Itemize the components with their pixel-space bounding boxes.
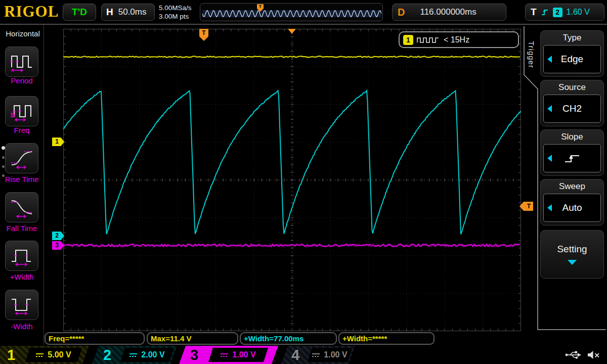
channel-1-number: 1 [7, 346, 15, 364]
channel-3-scale-box: 1.00 V [208, 348, 268, 362]
channel-3-number: 3 [190, 346, 198, 364]
measure-item-freq[interactable]: 1/ [5, 96, 38, 126]
h-scale-value: 50.0ms [118, 7, 147, 17]
rising-edge-icon [541, 8, 549, 16]
delay-value: 116.000000ms [420, 7, 476, 17]
dc-coupling-icon [221, 353, 228, 357]
minus-width-icon [10, 294, 33, 316]
measure-label-freq: Freq [0, 126, 44, 134]
channel-4-status[interactable]: 4 1.00 V [281, 346, 355, 364]
square-wave-icon [417, 36, 440, 44]
channel-4-number: 4 [291, 346, 299, 364]
menu-item-sweep[interactable]: Sweep Auto [540, 179, 604, 225]
left-triangle-icon [547, 155, 552, 162]
ch3-position-marker[interactable]: 3 [52, 241, 64, 250]
menu-value-type[interactable]: Edge [543, 45, 601, 73]
period-icon [10, 51, 33, 73]
menu-item-setting[interactable]: Setting [540, 230, 604, 279]
menu-value-source[interactable]: CH2 [543, 95, 601, 123]
h-label: H [106, 7, 113, 18]
measure-item-period[interactable] [5, 47, 38, 77]
left-menu-title: Horizontal [2, 29, 44, 38]
left-triangle-icon [547, 204, 552, 211]
top-status-bar: RIGOL T'D H 50.0ms 5.00MSa/s 3.00M pts T… [0, 0, 607, 24]
channel-2-number: 2 [103, 346, 111, 364]
measurement-pwidth[interactable]: +Width=***** [338, 332, 435, 345]
measure-label-minus-width: -Width [0, 322, 44, 331]
ch1-position-marker[interactable]: 1 [52, 138, 64, 146]
sample-rate: 5.00MSa/s [159, 4, 192, 12]
channel-1-status[interactable]: 1 5.00 V [0, 346, 89, 364]
measure-label-plus-width: +Width [0, 272, 44, 281]
trigger-status-text: T'D [72, 7, 87, 18]
left-triangle-icon [547, 105, 552, 112]
plus-width-icon [10, 245, 33, 267]
menu-value-sweep[interactable]: Auto [543, 194, 601, 222]
acquisition-info: 5.00MSa/s 3.00M pts [159, 4, 192, 21]
measure-label-rise-time: Rise Time [0, 175, 44, 184]
measurement-pwidth-ch2[interactable]: +Width=77.00ms [240, 332, 337, 345]
waveform-preview-bar[interactable]: T [200, 3, 383, 21]
rising-edge-icon [563, 151, 581, 165]
measure-item-fall-time[interactable] [5, 192, 38, 222]
fall-time-icon [10, 196, 33, 218]
channel-3-status-selected[interactable]: 3 1.00 V [179, 346, 278, 364]
menu-item-type[interactable]: Type Edge [540, 30, 604, 77]
delay-readout-button[interactable]: D 116.000000ms [392, 4, 506, 21]
trigger-readout-button[interactable]: T 2 1.60 V [525, 4, 604, 21]
trigger-menu-tab: Trigger [525, 30, 536, 79]
menu-header-source: Source [541, 80, 603, 95]
dc-coupling-icon [312, 353, 320, 357]
channel-2-scale: 2.00 V [141, 350, 164, 359]
left-menu-divider [44, 25, 44, 345]
page-indicator-dot-active [2, 146, 5, 150]
menu-header-slope: Slope [541, 130, 603, 144]
menu-value-slope[interactable] [543, 144, 601, 172]
type-value-text: Edge [561, 54, 583, 65]
waveform-display [63, 29, 521, 331]
channel-2-scale-box: 2.00 V [120, 348, 174, 362]
page-indicator-dot [2, 174, 5, 177]
trigger-status-badge: T'D [63, 4, 96, 21]
memory-depth: 3.00M pts [159, 12, 192, 21]
delay-reference-marker-icon [288, 29, 296, 34]
counter-channel-badge: 1 [403, 35, 413, 45]
menu-item-source[interactable]: Source CH2 [540, 80, 604, 126]
channel-1-scale: 5.00 V [48, 350, 71, 359]
menu-item-slope[interactable]: Slope [540, 129, 604, 176]
measure-item-rise-time[interactable] [5, 143, 38, 173]
channel-1-scale-box: 5.00 V [25, 348, 82, 362]
dc-coupling-icon [129, 353, 137, 357]
measure-item-plus-width[interactable] [5, 241, 38, 271]
channel-status-bar: 1 5.00 V 2 2.00 V 3 1.00 V 4 1.00 V [0, 346, 607, 364]
measurement-freq[interactable]: Freq=***** [45, 332, 145, 345]
trigger-label: T [531, 7, 537, 18]
down-triangle-icon [568, 260, 577, 265]
ch2-position-marker[interactable]: 2 [52, 232, 64, 240]
page-indicator-dot [2, 165, 5, 168]
measure-item-minus-width[interactable] [5, 290, 38, 320]
rigol-logo: RIGOL [4, 3, 59, 21]
menu-header-type: Type [541, 31, 603, 45]
measure-label-period: Period [0, 76, 44, 85]
delay-label: D [398, 7, 405, 18]
oscilloscope-screen: RIGOL T'D H 50.0ms 5.00MSa/s 3.00M pts T… [0, 0, 607, 364]
channel-4-scale-box: 1.00 V [308, 348, 352, 362]
measurement-max[interactable]: Max=11.4 V [147, 332, 238, 345]
dc-coupling-icon [36, 353, 44, 357]
channel-2-status[interactable]: 2 2.00 V [92, 346, 177, 364]
trigger-level-value: 1.60 V [567, 8, 590, 17]
svg-text:1/: 1/ [10, 112, 16, 119]
page-indicator-dot [2, 156, 5, 159]
rise-time-icon [10, 147, 33, 169]
sweep-value-text: Auto [562, 202, 582, 213]
menu-header-sweep: Sweep [541, 179, 603, 194]
sound-muted-icon [587, 350, 600, 359]
source-value-text: CH2 [562, 103, 582, 114]
freq-icon: 1/ [10, 100, 33, 122]
counter-reading: < 15Hz [444, 35, 469, 44]
usb-icon [565, 350, 582, 359]
horizontal-scale-button[interactable]: H 50.0ms [101, 4, 155, 21]
trigger-source-badge: 2 [553, 8, 562, 17]
system-status-icons [556, 346, 607, 364]
